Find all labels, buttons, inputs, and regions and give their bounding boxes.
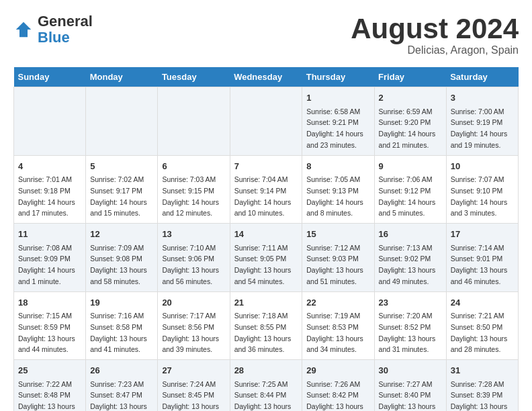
day-number: 27: [162, 364, 225, 377]
day-cell: 30Sunrise: 7:27 AM Sunset: 8:40 PM Dayli…: [374, 360, 446, 411]
week-row-1: 1Sunrise: 6:58 AM Sunset: 9:21 PM Daylig…: [14, 87, 519, 156]
day-info: Sunrise: 7:10 AM Sunset: 9:06 PM Dayligh…: [162, 244, 219, 285]
day-cell: 22Sunrise: 7:19 AM Sunset: 8:53 PM Dayli…: [302, 291, 374, 360]
day-cell: [158, 87, 230, 156]
day-number: 10: [451, 160, 514, 173]
day-info: Sunrise: 7:03 AM Sunset: 9:15 PM Dayligh…: [162, 175, 219, 217]
day-info: Sunrise: 7:18 AM Sunset: 8:55 PM Dayligh…: [234, 312, 292, 353]
day-info: Sunrise: 6:58 AM Sunset: 9:21 PM Dayligh…: [306, 107, 363, 149]
day-cell: 29Sunrise: 7:26 AM Sunset: 8:42 PM Dayli…: [302, 360, 374, 411]
day-cell: 14Sunrise: 7:11 AM Sunset: 9:05 PM Dayli…: [230, 224, 302, 292]
day-number: 23: [379, 296, 442, 310]
day-cell: 2Sunrise: 6:59 AM Sunset: 9:20 PM Daylig…: [374, 87, 446, 156]
day-cell: 9Sunrise: 7:06 AM Sunset: 9:12 PM Daylig…: [374, 155, 446, 224]
day-cell: 13Sunrise: 7:10 AM Sunset: 9:06 PM Dayli…: [158, 224, 230, 292]
day-number: 3: [451, 91, 514, 105]
header-cell-monday: Monday: [86, 67, 158, 87]
day-number: 30: [379, 364, 442, 377]
day-number: 9: [379, 160, 442, 173]
header-cell-thursday: Thursday: [302, 67, 374, 87]
day-cell: 31Sunrise: 7:28 AM Sunset: 8:39 PM Dayli…: [446, 360, 518, 411]
day-info: Sunrise: 7:13 AM Sunset: 9:02 PM Dayligh…: [379, 244, 436, 285]
day-number: 25: [18, 364, 81, 377]
day-cell: 11Sunrise: 7:08 AM Sunset: 9:09 PM Dayli…: [14, 224, 86, 292]
logo-icon: [13, 19, 34, 40]
day-cell: [86, 87, 158, 156]
day-info: Sunrise: 7:00 AM Sunset: 9:19 PM Dayligh…: [451, 107, 508, 149]
day-number: 12: [90, 228, 153, 241]
day-number: 21: [234, 296, 298, 310]
header-cell-wednesday: Wednesday: [230, 67, 302, 87]
day-info: Sunrise: 7:23 AM Sunset: 8:47 PM Dayligh…: [90, 380, 147, 411]
day-info: Sunrise: 7:19 AM Sunset: 8:53 PM Dayligh…: [306, 312, 363, 353]
day-number: 24: [451, 296, 514, 310]
day-info: Sunrise: 7:06 AM Sunset: 9:12 PM Dayligh…: [379, 175, 436, 217]
day-number: 15: [306, 228, 369, 241]
day-cell: 28Sunrise: 7:25 AM Sunset: 8:44 PM Dayli…: [230, 360, 302, 411]
day-info: Sunrise: 7:24 AM Sunset: 8:45 PM Dayligh…: [162, 380, 219, 411]
day-number: 13: [162, 228, 225, 241]
logo: General Blue: [13, 13, 93, 46]
day-number: 11: [18, 228, 81, 241]
day-cell: 20Sunrise: 7:17 AM Sunset: 8:56 PM Dayli…: [158, 291, 230, 360]
day-info: Sunrise: 7:11 AM Sunset: 9:05 PM Dayligh…: [234, 244, 292, 285]
header-cell-friday: Friday: [374, 67, 446, 87]
day-number: 20: [162, 296, 225, 310]
week-row-3: 11Sunrise: 7:08 AM Sunset: 9:09 PM Dayli…: [14, 224, 519, 292]
day-number: 4: [18, 160, 81, 173]
header-cell-saturday: Saturday: [446, 67, 518, 87]
day-cell: 12Sunrise: 7:09 AM Sunset: 9:08 PM Dayli…: [86, 224, 158, 292]
day-info: Sunrise: 7:25 AM Sunset: 8:44 PM Dayligh…: [234, 380, 292, 411]
day-cell: 26Sunrise: 7:23 AM Sunset: 8:47 PM Dayli…: [86, 360, 158, 411]
day-number: 6: [162, 160, 225, 173]
day-info: Sunrise: 7:01 AM Sunset: 9:18 PM Dayligh…: [18, 175, 75, 217]
day-number: 2: [379, 91, 442, 105]
day-cell: 17Sunrise: 7:14 AM Sunset: 9:01 PM Dayli…: [446, 224, 518, 292]
week-row-4: 18Sunrise: 7:15 AM Sunset: 8:59 PM Dayli…: [14, 291, 519, 360]
day-info: Sunrise: 7:08 AM Sunset: 9:09 PM Dayligh…: [18, 244, 75, 285]
day-info: Sunrise: 7:20 AM Sunset: 8:52 PM Dayligh…: [379, 312, 436, 353]
day-cell: 8Sunrise: 7:05 AM Sunset: 9:13 PM Daylig…: [302, 155, 374, 224]
header-row: SundayMondayTuesdayWednesdayThursdayFrid…: [14, 67, 519, 87]
day-info: Sunrise: 7:21 AM Sunset: 8:50 PM Dayligh…: [451, 312, 508, 353]
header-cell-sunday: Sunday: [14, 67, 86, 87]
day-info: Sunrise: 7:05 AM Sunset: 9:13 PM Dayligh…: [306, 175, 363, 217]
day-info: Sunrise: 7:12 AM Sunset: 9:03 PM Dayligh…: [306, 244, 363, 285]
day-number: 1: [306, 91, 369, 105]
logo-general: General: [38, 13, 93, 30]
day-info: Sunrise: 7:26 AM Sunset: 8:42 PM Dayligh…: [306, 380, 363, 411]
page-header: General Blue August 2024 Delicias, Arago…: [13, 13, 519, 56]
day-cell: 25Sunrise: 7:22 AM Sunset: 8:48 PM Dayli…: [14, 360, 86, 411]
day-info: Sunrise: 7:17 AM Sunset: 8:56 PM Dayligh…: [162, 312, 219, 353]
day-cell: 15Sunrise: 7:12 AM Sunset: 9:03 PM Dayli…: [302, 224, 374, 292]
day-cell: 23Sunrise: 7:20 AM Sunset: 8:52 PM Dayli…: [374, 291, 446, 360]
day-info: Sunrise: 7:16 AM Sunset: 8:58 PM Dayligh…: [90, 312, 147, 353]
day-info: Sunrise: 6:59 AM Sunset: 9:20 PM Dayligh…: [379, 107, 436, 149]
day-cell: 6Sunrise: 7:03 AM Sunset: 9:15 PM Daylig…: [158, 155, 230, 224]
day-cell: 3Sunrise: 7:00 AM Sunset: 9:19 PM Daylig…: [446, 87, 518, 156]
day-number: 16: [379, 228, 442, 241]
location-subtitle: Delicias, Aragon, Spain: [351, 44, 519, 56]
header-cell-tuesday: Tuesday: [158, 67, 230, 87]
day-info: Sunrise: 7:02 AM Sunset: 9:17 PM Dayligh…: [90, 175, 147, 217]
day-cell: 16Sunrise: 7:13 AM Sunset: 9:02 PM Dayli…: [374, 224, 446, 292]
day-cell: [230, 87, 302, 156]
week-row-5: 25Sunrise: 7:22 AM Sunset: 8:48 PM Dayli…: [14, 360, 519, 411]
day-cell: 7Sunrise: 7:04 AM Sunset: 9:14 PM Daylig…: [230, 155, 302, 224]
month-year-title: August 2024: [351, 13, 519, 44]
day-number: 7: [234, 160, 298, 173]
day-info: Sunrise: 7:09 AM Sunset: 9:08 PM Dayligh…: [90, 244, 147, 285]
day-cell: 5Sunrise: 7:02 AM Sunset: 9:17 PM Daylig…: [86, 155, 158, 224]
logo-text: General Blue: [38, 13, 93, 46]
day-number: 14: [234, 228, 298, 241]
day-number: 28: [234, 364, 298, 377]
day-number: 29: [306, 364, 369, 377]
svg-marker-0: [16, 22, 32, 38]
day-cell: 24Sunrise: 7:21 AM Sunset: 8:50 PM Dayli…: [446, 291, 518, 360]
day-number: 5: [90, 160, 153, 173]
day-number: 19: [90, 296, 153, 310]
day-number: 8: [306, 160, 369, 173]
day-info: Sunrise: 7:04 AM Sunset: 9:14 PM Dayligh…: [234, 175, 292, 217]
logo-blue: Blue: [38, 29, 70, 46]
day-cell: 27Sunrise: 7:24 AM Sunset: 8:45 PM Dayli…: [158, 360, 230, 411]
